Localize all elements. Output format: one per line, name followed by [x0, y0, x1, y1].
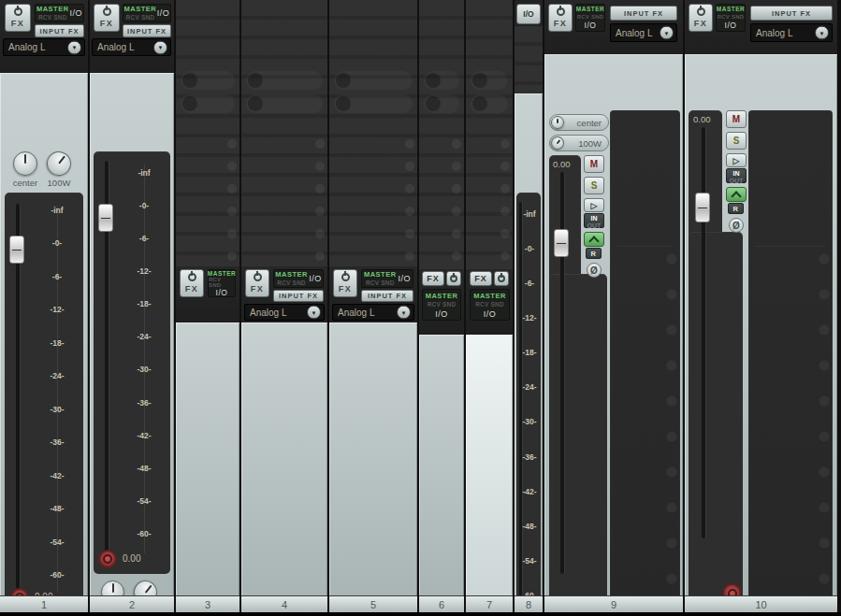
- io-button[interactable]: I/O: [516, 4, 541, 24]
- monitor-button[interactable]: ▷: [726, 153, 747, 167]
- routing-button[interactable]: MASTER RCV SND I/O: [35, 4, 84, 22]
- monitor-inout-label[interactable]: INOUT: [584, 213, 604, 228]
- input-select[interactable]: Analog L ▼: [244, 304, 325, 321]
- read-tag[interactable]: R: [586, 248, 602, 259]
- track-number[interactable]: 3: [176, 595, 239, 612]
- fx-button[interactable]: FX: [422, 271, 444, 286]
- scale-mark: -0-: [139, 201, 149, 210]
- input-select[interactable]: Analog L ▼: [3, 38, 85, 56]
- chevron-down-icon[interactable]: ▼: [815, 26, 829, 40]
- volume-value[interactable]: 0.00: [553, 159, 581, 169]
- fx-button[interactable]: FX: [180, 269, 204, 297]
- input-fx-button[interactable]: INPUT FX: [123, 24, 171, 37]
- rcv-snd-label: RCV SND: [718, 14, 744, 20]
- rcv-snd-label: RCV SND: [126, 14, 155, 21]
- input-fx-button[interactable]: INPUT FX: [610, 6, 677, 21]
- master-send-label: MASTER: [364, 271, 397, 279]
- fader-meter-box: -inf-0--6--12--18--24--30--36--42--48--5…: [5, 193, 83, 613]
- fx-button[interactable]: FX: [689, 4, 713, 32]
- fx-button[interactable]: FX: [5, 4, 31, 32]
- monitor-inout-label[interactable]: INOUT: [726, 168, 747, 183]
- read-tag[interactable]: R: [728, 203, 744, 214]
- fx-button[interactable]: FX: [94, 4, 120, 32]
- power-icon: [697, 7, 705, 16]
- mute-button[interactable]: M: [584, 155, 604, 173]
- track-number[interactable]: 1: [0, 595, 88, 612]
- fader-meter-box-lower: [549, 274, 607, 616]
- volume-fader-handle[interactable]: [9, 236, 24, 264]
- scale-mark: -12-: [522, 313, 536, 322]
- volume-fader-handle[interactable]: [554, 229, 569, 257]
- io-label: I/O: [585, 21, 597, 30]
- power-icon: [254, 273, 262, 281]
- solo-button[interactable]: S: [726, 132, 747, 150]
- routing-button[interactable]: MASTER RCV SND I/O: [422, 289, 461, 321]
- fader-scale: -inf-0--6--12--18--24--30--36--42--48--5…: [40, 206, 74, 580]
- chevron-down-icon[interactable]: ▼: [67, 40, 81, 54]
- track-number[interactable]: 6: [419, 595, 464, 612]
- fader-track[interactable]: [702, 127, 705, 538]
- input-select[interactable]: Analog L ▼: [750, 23, 833, 42]
- volume-value[interactable]: 0.00: [123, 553, 160, 564]
- chevron-down-icon[interactable]: ▼: [660, 26, 674, 40]
- channel-header: FX MASTER RCV SND I/O: [466, 269, 513, 335]
- fx-button[interactable]: FX: [548, 4, 573, 32]
- track-number[interactable]: 2: [90, 595, 174, 612]
- routing-button[interactable]: MASTER RCV SND I/O: [575, 4, 605, 32]
- width-knob[interactable]: [42, 147, 76, 180]
- chevron-down-icon[interactable]: ▼: [307, 306, 321, 320]
- pan-label: center: [6, 178, 45, 188]
- fx-button[interactable]: FX: [333, 269, 357, 297]
- fx-label: FX: [100, 19, 114, 28]
- chevron-down-icon[interactable]: ▼: [153, 40, 167, 54]
- input-select[interactable]: Analog L ▼: [610, 23, 677, 42]
- input-select[interactable]: Analog L ▼: [332, 304, 414, 321]
- track-number[interactable]: 10: [685, 595, 837, 612]
- chevron-down-icon[interactable]: ▼: [397, 306, 411, 320]
- automation-read-button[interactable]: [584, 232, 604, 247]
- pan-knob[interactable]: center: [549, 114, 609, 131]
- routing-button[interactable]: MASTER RCV SND I/O: [361, 269, 413, 288]
- input-fx-button[interactable]: INPUT FX: [273, 290, 324, 302]
- scale-mark: -6-: [525, 279, 534, 288]
- fx-button[interactable]: FX: [245, 269, 269, 297]
- track-number[interactable]: 7: [466, 595, 513, 612]
- volume-value[interactable]: 0.00: [693, 114, 723, 124]
- scale-mark: -42-: [137, 431, 151, 440]
- routing-button[interactable]: MASTER RCV SND I/O: [273, 269, 324, 288]
- monitor-button[interactable]: ▷: [584, 198, 604, 212]
- routing-button[interactable]: MASTER RCV SND I/O: [123, 4, 171, 22]
- pan-knob[interactable]: [13, 151, 37, 176]
- track-number[interactable]: 4: [241, 595, 327, 612]
- scale-mark: -42-: [522, 487, 536, 496]
- width-knob[interactable]: 100W: [549, 135, 609, 151]
- routing-button[interactable]: MASTER RCV SND I/O: [208, 269, 236, 297]
- input-select[interactable]: Analog L ▼: [92, 38, 171, 56]
- track-number[interactable]: 8: [515, 595, 543, 612]
- scale-mark: -inf: [523, 209, 535, 219]
- power-icon: [557, 7, 565, 16]
- ghost-knob-row: [424, 71, 459, 90]
- track-number[interactable]: 9: [544, 595, 683, 612]
- routing-button[interactable]: MASTER RCV SND I/O: [470, 289, 510, 321]
- routing-button[interactable]: MASTER RCV SND I/O: [716, 4, 746, 32]
- scale-mark: -60-: [137, 529, 151, 538]
- record-arm-button[interactable]: [98, 550, 117, 568]
- volume-fader-handle[interactable]: [98, 204, 113, 232]
- track-number[interactable]: 5: [329, 595, 417, 612]
- automation-read-button[interactable]: [726, 187, 747, 202]
- input-fx-button[interactable]: INPUT FX: [750, 6, 833, 21]
- volume-fader-handle[interactable]: [695, 193, 710, 222]
- input-fx-button[interactable]: INPUT FX: [361, 290, 413, 302]
- mute-button[interactable]: M: [726, 110, 747, 128]
- fx-power-button[interactable]: [494, 271, 509, 286]
- inactive-area: [241, 0, 327, 266]
- channel-panel: center 100W -inf-0--6--12--18--24--30--3…: [0, 73, 88, 595]
- fx-power-button[interactable]: [446, 271, 461, 286]
- phase-button[interactable]: Ø: [729, 218, 744, 233]
- phase-button[interactable]: Ø: [587, 263, 602, 278]
- channel-strip-9: FX MASTER RCV SND I/O INPUT FX Analog L …: [544, 0, 683, 612]
- fx-button[interactable]: FX: [470, 271, 492, 286]
- solo-button[interactable]: S: [584, 177, 604, 194]
- input-fx-button[interactable]: INPUT FX: [35, 24, 84, 37]
